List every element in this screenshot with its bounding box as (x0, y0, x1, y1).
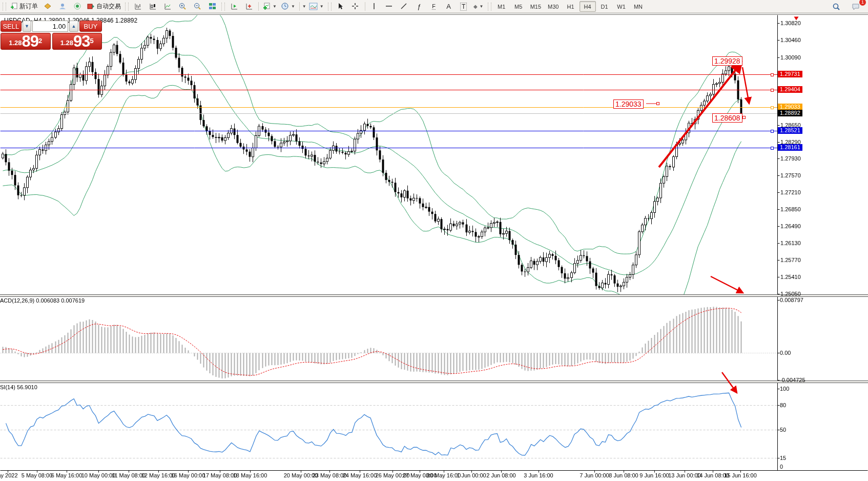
toolbar-grip[interactable] (221, 3, 225, 11)
template-button[interactable]: ▼ (307, 1, 326, 12)
macd-pane-separator[interactable] (0, 294, 868, 297)
toolbar-grip[interactable] (328, 3, 332, 11)
timeframe-w1[interactable]: W1 (613, 1, 630, 12)
toolbar-grip[interactable] (488, 3, 491, 11)
chart-shift-button[interactable] (227, 1, 241, 12)
trendline-icon (400, 3, 408, 10)
toolbar-grip[interactable] (125, 3, 129, 11)
timeframe-h1[interactable]: H1 (563, 1, 579, 12)
timeframe-m30[interactable]: M30 (545, 1, 562, 12)
indicators-button[interactable]: ▼ (261, 1, 279, 12)
text-icon: A (446, 3, 451, 10)
template-icon (309, 3, 318, 10)
sell-price-pips: 89 (22, 34, 38, 49)
toolbar-grip[interactable] (3, 3, 6, 11)
timeframe-mn[interactable]: MN (630, 1, 647, 12)
sell-price-box[interactable]: 1.28892 (1, 33, 51, 50)
toolbar: 新订单 自动交易 (0, 0, 868, 13)
macd-indicator-label: ACD(12,26,9) 0.006083 0.007619 (0, 297, 85, 304)
autotrading-label: 自动交易 (96, 2, 121, 11)
new-order-label: 新订单 (19, 2, 38, 11)
zoom-in-button[interactable] (175, 1, 190, 12)
cursor-icon (337, 3, 344, 10)
text-button[interactable]: A (442, 1, 456, 12)
timeframe-m5[interactable]: M5 (510, 1, 527, 12)
autotrading-icon (87, 3, 95, 10)
crosshair-button[interactable] (348, 1, 363, 12)
timeframe-m1[interactable]: M1 (493, 1, 510, 12)
new-order-button[interactable]: 新订单 (8, 1, 40, 12)
periods-caret: ▼ (291, 4, 295, 9)
auto-scroll-icon (245, 3, 253, 10)
chart-shift-icon (231, 3, 238, 10)
timeframe-h4[interactable]: H4 (580, 1, 596, 12)
price-callout[interactable]: 1.29928 (712, 56, 742, 66)
rsi-pane-separator[interactable] (0, 380, 868, 383)
zoom-out-icon (194, 3, 201, 10)
one-click-trading-panel: SELL ▼ ▲ BUY 1.28892 1.28935 (1, 21, 102, 50)
template-caret[interactable]: ▼ (302, 4, 306, 9)
bar-chart-icon (134, 3, 142, 10)
price-chart-canvas[interactable] (0, 0, 868, 481)
buy-price-point: 5 (90, 33, 94, 49)
timeframe-d1[interactable]: D1 (596, 1, 613, 12)
line-chart-button[interactable] (160, 1, 175, 12)
horizontal-line-button[interactable] (382, 1, 397, 12)
periods-button[interactable]: ▼ (279, 1, 297, 12)
indicators-icon (263, 3, 271, 10)
volume-input[interactable] (32, 21, 68, 32)
sell-price-point: 2 (38, 33, 42, 49)
cursor-button[interactable] (334, 1, 348, 12)
buy-price-box[interactable]: 1.28935 (52, 33, 102, 50)
price-callout[interactable]: 1.29033 (613, 99, 644, 109)
signals-icon (74, 3, 81, 10)
zoom-out-button[interactable] (190, 1, 204, 12)
bar-chart-button[interactable] (131, 1, 145, 12)
sell-button[interactable]: SELL (1, 21, 22, 32)
rsi-indicator-label: SI(14) 56.9010 (0, 384, 37, 390)
signals-button[interactable] (70, 1, 85, 12)
timeframe-m15[interactable]: M15 (527, 1, 544, 12)
toolbar-separator (258, 2, 259, 11)
profiles-icon (44, 3, 52, 10)
toolbar-separator (299, 2, 300, 11)
autotrading-button[interactable]: 自动交易 (85, 1, 123, 12)
line-chart-icon (164, 3, 172, 10)
shapes-icon: ◆ (473, 4, 478, 9)
volume-decrease-button[interactable]: ▼ (23, 21, 32, 32)
candlestick-chart-button[interactable] (146, 1, 160, 12)
trade-prices-row: 1.28892 1.28935 (1, 33, 102, 50)
buy-price-major: 1.28 (60, 37, 73, 49)
community-icon (59, 3, 67, 10)
new-order-icon (10, 3, 18, 10)
shapes-button[interactable]: ◆ ▼ (471, 1, 486, 12)
channel-button[interactable]: F (427, 1, 441, 12)
vertical-line-button[interactable] (367, 1, 382, 12)
buy-button[interactable]: BUY (79, 21, 102, 32)
search-button[interactable] (829, 1, 843, 12)
auto-scroll-button[interactable] (242, 1, 256, 12)
notification-badge: 1 (859, 0, 866, 6)
vertical-line-icon (371, 3, 378, 10)
channel-icon: F (432, 3, 436, 10)
fibonacci-button[interactable]: ƒ (412, 1, 426, 12)
trendline-button[interactable] (397, 1, 411, 12)
search-icon (832, 3, 840, 11)
profiles-button[interactable] (40, 1, 55, 12)
indicators-caret: ▼ (273, 4, 277, 9)
text-label-icon: T (460, 3, 467, 11)
notifications-button[interactable]: 1 (849, 1, 863, 12)
sell-price-major: 1.28 (9, 37, 22, 49)
community-button[interactable] (55, 1, 70, 12)
tile-windows-icon (209, 3, 216, 10)
text-label-button[interactable]: T (457, 1, 471, 12)
buy-price-pips: 93 (73, 34, 90, 49)
clock-icon (281, 3, 289, 10)
window-separator (0, 13, 868, 15)
price-callout[interactable]: 1.28608 (712, 113, 742, 123)
shapes-caret: ▼ (480, 4, 484, 9)
tile-windows-button[interactable] (205, 1, 219, 12)
chat-bubble-icon (852, 3, 860, 11)
fibonacci-icon: ƒ (417, 3, 421, 10)
volume-increase-button[interactable]: ▲ (69, 21, 78, 32)
